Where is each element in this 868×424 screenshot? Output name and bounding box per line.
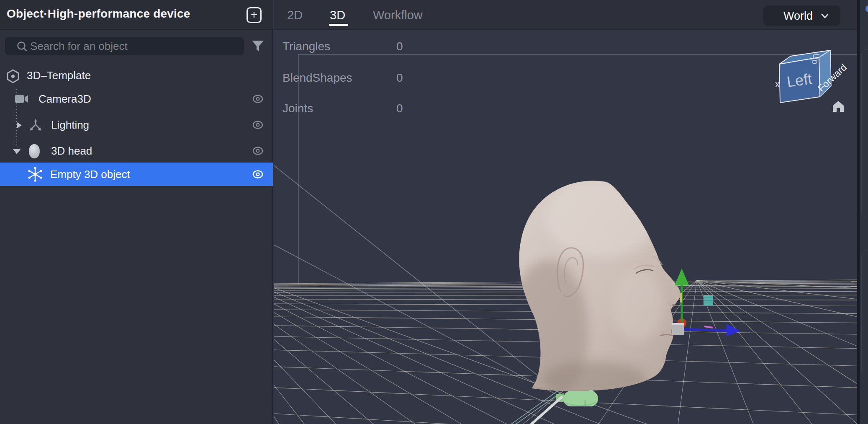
tree-row-empty-3d-object[interactable]: Empty 3D object xyxy=(0,163,273,186)
visibility-eye-icon[interactable] xyxy=(251,94,265,104)
snowflake-icon xyxy=(27,166,44,183)
tree-row-camera3d[interactable]: Camera3D xyxy=(0,87,273,111)
tree-label: Empty 3D object xyxy=(50,168,130,181)
visibility-eye-icon[interactable] xyxy=(251,146,265,156)
chevron-down-icon xyxy=(821,13,828,19)
collapse-caret-down-icon[interactable] xyxy=(13,148,21,155)
lighting-icon xyxy=(28,118,44,132)
adjacent-panel-sliver xyxy=(860,0,868,424)
stat-label: BlendShapes xyxy=(282,71,352,85)
tab-2d[interactable]: 2D xyxy=(287,8,303,22)
tree-row-lighting[interactable]: Lighting xyxy=(0,113,273,137)
head-icon xyxy=(27,143,42,159)
gizmo-y-arrowhead[interactable] xyxy=(675,269,689,285)
nav-cube[interactable]: x Left Up Forward xyxy=(775,50,849,103)
3d-viewport[interactable]: x Left Up Forward 2D 3D Workflow World T… xyxy=(274,0,868,424)
hexagon-template-icon xyxy=(6,69,20,83)
visibility-eye-icon-selected[interactable] xyxy=(251,169,265,179)
tab-3d[interactable]: 3D xyxy=(330,8,345,22)
tree-row-3d-template[interactable]: 3D–Template xyxy=(0,64,273,87)
gizmo-plane-handle-teal[interactable] xyxy=(704,295,713,305)
nav-cube-x-label: x xyxy=(775,79,780,89)
stat-value: 0 xyxy=(396,71,403,85)
bone-pointer-line xyxy=(532,397,562,424)
tree-row-3d-head[interactable]: 3D head xyxy=(0,139,273,163)
scene-canvas[interactable]: x Left Up Forward xyxy=(274,0,868,424)
stat-label: Joints xyxy=(282,102,313,115)
sliver-card-edge xyxy=(861,251,868,376)
stat-label: Triangles xyxy=(282,40,330,53)
object-hierarchy-panel: Object·High-performance device + 3D–Temp… xyxy=(0,0,273,424)
visibility-eye-icon[interactable] xyxy=(251,120,265,130)
head-model[interactable] xyxy=(508,178,681,402)
stat-value: 0 xyxy=(396,40,403,53)
sliver-card-edge xyxy=(861,49,868,217)
tree-label: Lighting xyxy=(51,119,89,132)
gizmo-yellow-tick xyxy=(680,293,682,302)
nav-cube-front-label: Left xyxy=(786,70,813,90)
active-tab-underline xyxy=(329,24,348,26)
gizmo-z-axis[interactable] xyxy=(684,329,728,331)
tab-workflow[interactable]: Workflow xyxy=(373,8,423,22)
viewport-tab-bar: 2D 3D Workflow World xyxy=(274,0,868,30)
gizmo-magenta-tick xyxy=(704,326,713,328)
tree-label: 3D–Template xyxy=(27,69,91,82)
tree-label: Camera3D xyxy=(39,93,91,106)
tree-label: 3D head xyxy=(51,145,92,158)
nav-cube-top-label: Up xyxy=(810,52,821,65)
expand-caret-right-icon[interactable] xyxy=(16,122,23,129)
home-view-button[interactable] xyxy=(832,101,846,113)
panel-blue-dot-icon xyxy=(865,5,868,12)
camera-icon xyxy=(15,93,29,104)
world-dropdown-label: World xyxy=(783,10,813,23)
stat-value: 0 xyxy=(396,102,403,115)
world-space-dropdown[interactable]: World xyxy=(763,5,840,26)
